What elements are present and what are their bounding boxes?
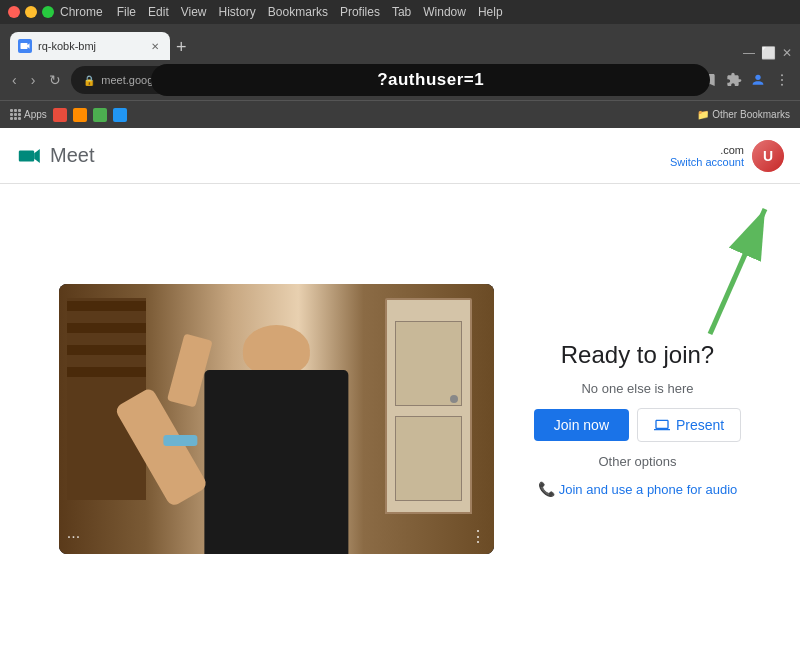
tab-close-button[interactable]: ✕ <box>148 39 162 53</box>
svg-point-3 <box>781 84 783 86</box>
reload-button[interactable]: ↻ <box>45 70 65 90</box>
video-more-options-right[interactable]: ⋮ <box>470 527 486 546</box>
maximize-window-icon[interactable]: ⬜ <box>761 46 776 60</box>
join-now-button[interactable]: Join now <box>534 409 629 441</box>
menu-help[interactable]: Help <box>478 5 503 19</box>
join-buttons-row: Join now Present <box>534 408 742 442</box>
present-label: Present <box>676 417 724 433</box>
extensions-icon[interactable] <box>724 70 744 90</box>
close-window-icon[interactable]: ✕ <box>782 46 792 60</box>
svg-point-1 <box>781 74 783 76</box>
svg-line-6 <box>710 209 765 334</box>
bookmark-favicon-4[interactable] <box>113 108 127 122</box>
menu-tab[interactable]: Tab <box>392 5 411 19</box>
menu-icon[interactable] <box>772 70 792 90</box>
present-screen-icon <box>654 417 670 433</box>
video-more-options-left[interactable]: ··· <box>67 528 80 546</box>
back-button[interactable]: ‹ <box>8 70 21 90</box>
menu-edit[interactable]: Edit <box>148 5 169 19</box>
window-controls[interactable]: — ⬜ ✕ <box>735 46 800 60</box>
video-controls[interactable]: ··· ⋮ <box>67 527 486 546</box>
meet-logo: Meet <box>16 142 94 170</box>
bookmark-favicon-3[interactable] <box>93 108 107 122</box>
bookmarks-folder-icon: 📁 <box>697 109 709 120</box>
tab-title: rq-kobk-bmj <box>38 40 142 52</box>
ready-to-join-title: Ready to join? <box>561 341 714 369</box>
address-bar[interactable]: 🔒 meet.google.com/rq-kobk-bmj?authuser=1… <box>71 66 670 94</box>
menu-bookmarks[interactable]: Bookmarks <box>268 5 328 19</box>
main-content: ··· ⋮ Ready to join? No one else is here… <box>0 184 800 654</box>
video-preview: ··· ⋮ <box>59 284 494 554</box>
user-profile-icon[interactable] <box>748 70 768 90</box>
active-tab[interactable]: rq-kobk-bmj ✕ <box>10 32 170 60</box>
header-right: .com Switch account U <box>670 140 784 172</box>
lock-icon: 🔒 <box>83 75 95 86</box>
apps-bookmarks-button[interactable]: Apps <box>10 109 47 120</box>
chrome-app-name: Chrome <box>60 5 103 19</box>
minimize-traffic-light[interactable] <box>25 6 37 18</box>
person-silhouette <box>157 325 396 555</box>
no-one-here-text: No one else is here <box>581 381 693 396</box>
address-bar-row: ‹ › ↻ 🔒 meet.google.com/rq-kobk-bmj?auth… <box>0 60 800 100</box>
chrome-os-bar: Chrome File Edit View History Bookmarks … <box>0 0 800 24</box>
menu-file[interactable]: File <box>117 5 136 19</box>
door-element <box>385 298 472 514</box>
url-highlight-overlay: ?authuser=1 <box>151 64 710 96</box>
bookmark-favicon-1[interactable] <box>53 108 67 122</box>
phone-audio-link[interactable]: 📞 Join and use a phone for audio <box>538 481 738 497</box>
phone-icon: 📞 <box>538 481 555 497</box>
present-button[interactable]: Present <box>637 408 741 442</box>
menu-history[interactable]: History <box>219 5 256 19</box>
video-frame <box>59 284 494 554</box>
switch-account-section: .com Switch account <box>670 144 744 168</box>
user-avatar[interactable]: U <box>752 140 784 172</box>
other-bookmarks[interactable]: 📁 Other Bookmarks <box>697 109 790 120</box>
chrome-tabs-area: rq-kobk-bmj ✕ + <box>0 24 735 60</box>
apps-label: Apps <box>24 109 47 120</box>
meet-favicon-icon <box>19 40 31 52</box>
green-arrow-annotation <box>590 194 790 354</box>
menu-window[interactable]: Window <box>423 5 466 19</box>
bookmark-favicon-2[interactable] <box>73 108 87 122</box>
chrome-menu-bar: File Edit View History Bookmarks Profile… <box>117 5 503 19</box>
minimize-window-icon[interactable]: — <box>743 46 755 60</box>
meet-logo-icon <box>16 142 44 170</box>
menu-view[interactable]: View <box>181 5 207 19</box>
account-email: .com <box>720 144 744 156</box>
svg-point-0 <box>755 75 760 80</box>
grid-icon <box>10 109 21 120</box>
forward-button[interactable]: › <box>27 70 40 90</box>
fullscreen-traffic-light[interactable] <box>42 6 54 18</box>
svg-point-2 <box>781 79 783 81</box>
close-traffic-light[interactable] <box>8 6 20 18</box>
meet-logo-text: Meet <box>50 144 94 167</box>
traffic-lights <box>8 6 54 18</box>
bookmarks-bar: Apps 📁 Other Bookmarks <box>0 100 800 128</box>
chrome-title-bar: rq-kobk-bmj ✕ + — ⬜ ✕ <box>0 24 800 60</box>
other-options-label: Other options <box>598 454 676 469</box>
url-highlight-text: ?authuser=1 <box>377 70 484 90</box>
switch-account-link[interactable]: Switch account <box>670 156 744 168</box>
tab-favicon <box>18 39 32 53</box>
new-tab-button[interactable]: + <box>176 38 187 56</box>
menu-profiles[interactable]: Profiles <box>340 5 380 19</box>
join-panel: Ready to join? No one else is here Join … <box>534 341 742 497</box>
meet-header: Meet .com Switch account U <box>0 128 800 184</box>
phone-link-text: Join and use a phone for audio <box>559 482 738 497</box>
other-bookmarks-label: Other Bookmarks <box>712 109 790 120</box>
